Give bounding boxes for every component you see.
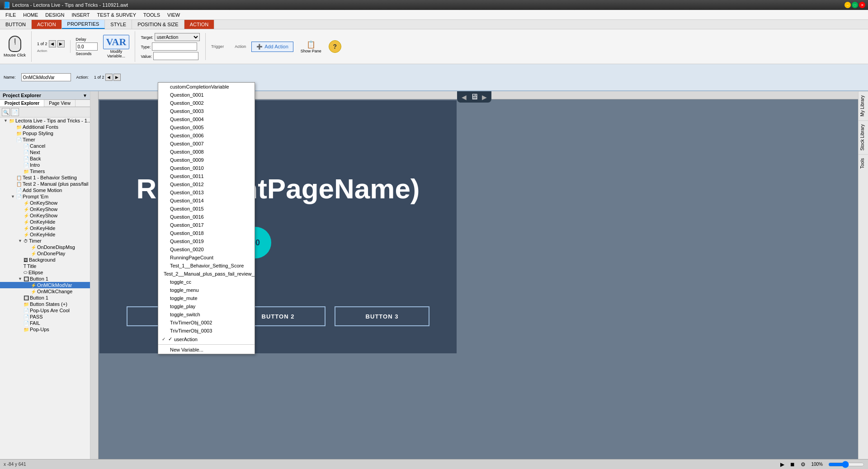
expand-btn[interactable]: ▼ bbox=[11, 194, 15, 199]
dropdown-item[interactable]: toggle_switch bbox=[158, 310, 255, 319]
dropdown-item[interactable]: Question_0012 bbox=[158, 180, 255, 188]
tree-item[interactable]: ⚡ OnDonePlay bbox=[0, 250, 90, 257]
expand-btn[interactable]: ▼ bbox=[4, 118, 8, 123]
tree-item[interactable]: ⚡ OnKeyShow bbox=[0, 212, 90, 219]
tree-item[interactable]: ⚡ OnKeyShow bbox=[0, 206, 90, 212]
tree-item[interactable]: ▼🔲 Button 1 bbox=[0, 276, 90, 282]
dropdown-item[interactable]: Question_0020 bbox=[158, 245, 255, 253]
right-panel-tab-stock[interactable]: Stock Library bbox=[859, 120, 868, 154]
dropdown-item[interactable]: TrivTimerObj_0003 bbox=[158, 327, 255, 335]
slide-button-3[interactable]: BUTTON 3 bbox=[335, 306, 429, 326]
tree-item[interactable]: ⚡ OnKeyHide bbox=[0, 219, 90, 225]
delay-input[interactable] bbox=[76, 42, 98, 51]
tree-item[interactable]: ⚡ OnMClkModVar bbox=[0, 282, 90, 288]
preview-next-button[interactable]: ▶ bbox=[482, 94, 487, 101]
tree-item[interactable]: T Title bbox=[0, 263, 90, 269]
ribbon-tab-properties[interactable]: PROPERTIES bbox=[62, 20, 105, 29]
dropdown-item[interactable]: toggle_play bbox=[158, 302, 255, 310]
play-icon[interactable]: ▶ bbox=[780, 461, 784, 468]
value-input[interactable] bbox=[153, 52, 198, 60]
tree-item[interactable]: 📄 Intro bbox=[0, 162, 90, 168]
tree-item[interactable]: 🔲 Button 1 bbox=[0, 295, 90, 301]
dropdown-item[interactable]: Question_0001 bbox=[158, 91, 255, 99]
ribbon-tab-style[interactable]: STYLE bbox=[105, 20, 132, 29]
tree-item[interactable]: 📄 Back bbox=[0, 155, 90, 162]
tree-item[interactable]: 📁 Timers bbox=[0, 168, 90, 174]
menu-home[interactable]: HOME bbox=[19, 11, 42, 19]
tree-item[interactable]: ⚡ OnKeyShow bbox=[0, 200, 90, 206]
ribbon-tab-action[interactable]: ACTION bbox=[32, 20, 62, 29]
maximize-button[interactable]: □ bbox=[852, 2, 858, 8]
menu-design[interactable]: DESIGN bbox=[42, 11, 68, 19]
expand-btn[interactable]: ▼ bbox=[18, 239, 23, 243]
show-pane-button[interactable]: 📋 Show Pane bbox=[299, 38, 323, 55]
panel-toggle[interactable]: ▼ bbox=[83, 93, 87, 98]
tree-item[interactable]: 📋 Test 1 - Behavior Setting bbox=[0, 174, 90, 181]
dropdown-item[interactable]: Question_0006 bbox=[158, 131, 255, 140]
expand-btn[interactable]: ▼ bbox=[18, 277, 23, 281]
tree-item[interactable]: 📋 Test 2 - Manual (plus pass/fail bbox=[0, 181, 90, 187]
tree-item[interactable]: 📄 Next bbox=[0, 149, 90, 155]
dropdown-item[interactable]: Question_0009 bbox=[158, 156, 255, 164]
settings-icon[interactable]: ⚙ bbox=[801, 461, 806, 468]
tree-item[interactable]: 📄 Add Some Motion bbox=[0, 187, 90, 193]
preview-prev-button[interactable]: ◀ bbox=[462, 94, 467, 101]
tree-item[interactable]: ⚡ OnDoneDispMsg bbox=[0, 244, 90, 250]
action-bar-prev-button[interactable]: ◀ bbox=[105, 74, 113, 81]
dropdown-item[interactable]: TrivTimerObj_0002 bbox=[158, 319, 255, 327]
variable-dropdown[interactable]: customCompletionVariableQuestion_0001Que… bbox=[158, 82, 255, 354]
dropdown-item[interactable]: Question_0010 bbox=[158, 164, 255, 172]
tree-item[interactable]: 🖼 Background bbox=[0, 257, 90, 263]
menu-test-survey[interactable]: TEST & SURVEY bbox=[94, 11, 140, 19]
tree-item[interactable]: 📁 Popup Styling bbox=[0, 130, 90, 136]
dropdown-item[interactable]: ✓userAction bbox=[158, 335, 255, 343]
tree-item[interactable]: ⬭ Ellipse bbox=[0, 269, 90, 276]
tree-item[interactable]: 📄 Cancel bbox=[0, 143, 90, 149]
dropdown-item[interactable]: Question_0007 bbox=[158, 140, 255, 148]
name-input[interactable] bbox=[21, 73, 71, 81]
tree-item[interactable]: ▼📁 Lectora Live - Tips and Tricks - 1... bbox=[0, 117, 90, 124]
dropdown-item[interactable]: Question_0008 bbox=[158, 148, 255, 156]
view-tab-project[interactable]: Project Explorer bbox=[0, 100, 44, 107]
dropdown-item[interactable]: Question_0002 bbox=[158, 99, 255, 107]
help-button[interactable]: ? bbox=[329, 40, 341, 53]
dropdown-item[interactable]: Question_0011 bbox=[158, 172, 255, 180]
dropdown-item[interactable]: Test_2__Manual_plus_pass_fail_review__Sc… bbox=[158, 270, 255, 278]
tree-item[interactable]: 📄 Pop-Ups Are Cool bbox=[0, 307, 90, 314]
dropdown-item[interactable]: Question_0019 bbox=[158, 237, 255, 245]
tree-item[interactable]: ▼📄 Prompt 'Em bbox=[0, 193, 90, 200]
tree-item[interactable]: 📄 FAIL bbox=[0, 320, 90, 326]
tree-item[interactable]: 📁 Additional Fonts bbox=[0, 124, 90, 130]
dropdown-item[interactable]: toggle_cc bbox=[158, 278, 255, 286]
dropdown-item[interactable]: toggle_menu bbox=[158, 286, 255, 294]
tree-item[interactable]: ▼⏱ Timer bbox=[0, 238, 90, 244]
close-button[interactable]: ✕ bbox=[859, 2, 865, 8]
dropdown-item[interactable]: Question_0005 bbox=[158, 123, 255, 131]
dropdown-item[interactable]: Question_0018 bbox=[158, 229, 255, 237]
ribbon-tab-button[interactable]: BUTTON bbox=[0, 20, 32, 29]
view-tab-page[interactable]: Page View bbox=[44, 100, 75, 107]
toolbar-mini-btn-1[interactable]: 🔍 bbox=[2, 108, 10, 116]
dropdown-item[interactable]: Question_0013 bbox=[158, 188, 255, 197]
dropdown-item[interactable]: Question_0017 bbox=[158, 221, 255, 229]
type-input[interactable] bbox=[152, 42, 197, 51]
tree-item[interactable]: 📄 PASS bbox=[0, 314, 90, 320]
tree-item[interactable]: 📄 Timer bbox=[0, 136, 90, 143]
dropdown-item[interactable]: RunningPageCount bbox=[158, 253, 255, 262]
dropdown-item[interactable]: Question_0016 bbox=[158, 213, 255, 221]
ribbon-tab-action2[interactable]: ACTION bbox=[184, 20, 215, 29]
action-next-button[interactable]: ▶ bbox=[57, 40, 65, 47]
menu-file[interactable]: FILE bbox=[2, 11, 19, 19]
menu-view[interactable]: VIEW bbox=[164, 11, 184, 19]
tree-item[interactable]: 📁 Pop-Ups bbox=[0, 326, 90, 333]
dropdown-item[interactable]: customCompletionVariable bbox=[158, 83, 255, 91]
ribbon-tab-position-size[interactable]: POSITION & SIZE bbox=[132, 20, 184, 29]
preview-desktop-icon[interactable]: 🖥 bbox=[470, 92, 478, 102]
dropdown-item[interactable]: toggle_mute bbox=[158, 294, 255, 302]
dropdown-item[interactable]: Question_0014 bbox=[158, 197, 255, 205]
toolbar-mini-btn-2[interactable]: 📄 bbox=[11, 108, 19, 116]
dropdown-item[interactable]: Question_0003 bbox=[158, 107, 255, 115]
tree-item[interactable]: ⚡ OnMClkChange bbox=[0, 288, 90, 295]
tree-item[interactable]: 📁 Button States (+) bbox=[0, 301, 90, 307]
menu-tools[interactable]: TOOLS bbox=[140, 11, 164, 19]
